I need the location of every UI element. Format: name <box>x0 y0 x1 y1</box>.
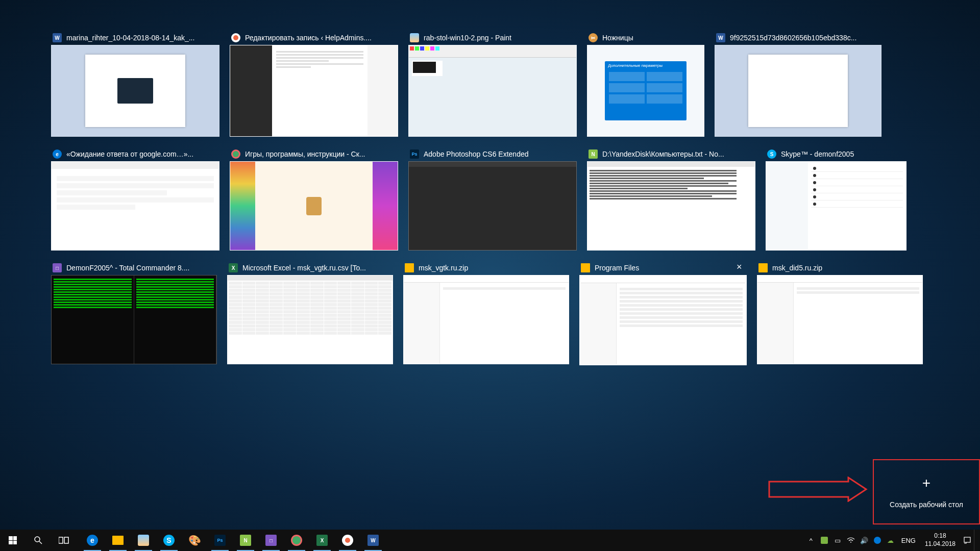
window-thumb-explorer3[interactable]: msk_did5.ru.zip <box>757 261 923 365</box>
window-preview[interactable] <box>403 275 569 364</box>
taskbar-app-totalcmd[interactable]: □ <box>258 530 284 551</box>
folder-icon <box>580 263 591 273</box>
taskbar: e S 🎨 Ps N □ X W ^ ▭ 🔊 ☁ ENG 0:18 11.04.… <box>0 530 980 551</box>
totalcmd-icon: □ <box>52 263 62 273</box>
window-preview[interactable] <box>230 45 398 137</box>
taskbar-app-firefox[interactable] <box>284 530 309 551</box>
tray-app-icon[interactable] <box>818 530 831 551</box>
window-title: Microsoft Excel - msk_vgtk.ru.csv [To... <box>242 264 366 272</box>
window-preview[interactable] <box>587 161 755 251</box>
window-title: Игры, программы, инструкции - Ск... <box>245 150 365 158</box>
paint-icon <box>409 33 420 43</box>
taskbar-app-explorer[interactable] <box>105 530 131 551</box>
window-thumb-skype[interactable]: SSkype™ - demonf2005 <box>766 147 906 251</box>
window-thumb-totalcmd[interactable]: □DemonF2005^ - Total Commander 8.... <box>51 261 217 365</box>
show-desktop-button[interactable] <box>974 530 978 551</box>
task-view-button[interactable] <box>51 530 77 551</box>
task-row-2: e«Ожидание ответа от google.com…»... Игр… <box>51 147 929 251</box>
skype-icon: S <box>767 149 777 159</box>
svg-line-1 <box>39 541 42 544</box>
tray-wifi-icon[interactable] <box>844 530 857 551</box>
window-preview[interactable] <box>757 275 923 364</box>
start-button[interactable] <box>0 530 26 551</box>
search-button[interactable] <box>26 530 51 551</box>
tray-volume-icon[interactable]: 🔊 <box>857 530 871 551</box>
taskbar-app-paintbrush[interactable]: 🎨 <box>182 530 207 551</box>
taskbar-app-paint[interactable] <box>131 530 156 551</box>
excel-icon: X <box>228 263 238 273</box>
new-desktop-label: Создать рабочий стол <box>890 500 963 509</box>
svg-point-0 <box>35 537 40 542</box>
taskbar-left <box>0 530 77 551</box>
window-preview[interactable] <box>715 45 881 137</box>
window-preview[interactable]: Дополнительные параметры <box>587 45 704 137</box>
tray-onedrive-icon[interactable]: ☁ <box>884 530 897 551</box>
window-thumb-notepadpp[interactable]: ND:\YandexDisk\Компьютеры.txt - No... <box>587 147 755 251</box>
tray-app2-icon[interactable] <box>871 530 884 551</box>
window-title: Skype™ - demonf2005 <box>781 150 854 158</box>
snip-panel-title: Дополнительные параметры <box>605 61 687 70</box>
clock-time: 0:18 <box>925 532 955 540</box>
task-row-3: □DemonF2005^ - Total Commander 8.... XMi… <box>51 261 929 365</box>
window-thumb-excel[interactable]: XMicrosoft Excel - msk_vgtk.ru.csv [To..… <box>227 261 393 365</box>
taskbar-app-photoshop[interactable]: Ps <box>207 530 233 551</box>
window-preview[interactable] <box>227 275 393 364</box>
clock-date: 11.04.2018 <box>925 540 955 548</box>
window-preview[interactable] <box>408 161 577 251</box>
edge-icon: e <box>52 149 62 159</box>
close-icon[interactable]: × <box>737 263 746 272</box>
window-thumb-explorer2[interactable]: Program Files× <box>579 261 747 365</box>
window-title: marina_rihter_10-04-2018-08-14_kak_... <box>66 34 194 42</box>
folder-icon <box>758 263 768 273</box>
svg-rect-3 <box>64 537 68 543</box>
folder-icon <box>404 263 414 273</box>
window-thumb-word2[interactable]: W 9f9252515d73d8602656b105ebd338c... <box>715 31 881 137</box>
window-title: «Ожидание ответа от google.com…»... <box>66 150 193 158</box>
word-icon: W <box>716 33 726 43</box>
window-thumb-paint[interactable]: rab-stol-win10-2.png - Paint <box>408 31 577 137</box>
window-thumb-edge[interactable]: e«Ожидание ответа от google.com…»... <box>51 147 219 251</box>
window-preview[interactable] <box>408 45 577 137</box>
notifications-icon[interactable] <box>961 530 974 551</box>
photoshop-icon: Ps <box>409 149 420 159</box>
window-thumb-snip[interactable]: ✂ Ножницы Дополнительные параметры <box>587 31 704 137</box>
plus-icon: + <box>922 475 930 491</box>
window-title: Редактировать запись ‹ HelpAdmins.... <box>245 34 372 42</box>
window-thumb-photoshop[interactable]: PsAdobe Photoshop CS6 Extended <box>408 147 577 251</box>
taskbar-app-edge[interactable]: e <box>80 530 105 551</box>
window-preview[interactable] <box>766 161 906 251</box>
window-preview[interactable] <box>51 275 217 364</box>
taskbar-app-yandex[interactable] <box>335 530 360 551</box>
tray-chevron-icon[interactable]: ^ <box>804 530 818 551</box>
window-preview[interactable] <box>51 45 219 137</box>
taskbar-app-notepadpp[interactable]: N <box>233 530 258 551</box>
taskbar-app-skype[interactable]: S <box>156 530 182 551</box>
language-indicator[interactable]: ENG <box>897 537 920 544</box>
clock[interactable]: 0:18 11.04.2018 <box>920 532 961 548</box>
word-icon: W <box>52 33 62 43</box>
window-title: msk_did5.ru.zip <box>772 264 822 272</box>
window-title: rab-stol-win10-2.png - Paint <box>424 34 511 42</box>
window-thumb-word1[interactable]: W marina_rihter_10-04-2018-08-14_kak_... <box>51 31 219 137</box>
window-thumb-explorer1[interactable]: msk_vgtk.ru.zip <box>403 261 569 365</box>
tray-battery-icon[interactable]: ▭ <box>831 530 844 551</box>
window-title: Program Files <box>595 264 639 272</box>
task-row-1: W marina_rihter_10-04-2018-08-14_kak_...… <box>51 31 929 137</box>
task-view: W marina_rihter_10-04-2018-08-14_kak_...… <box>0 0 980 365</box>
window-thumb-firefox[interactable]: Игры, программы, инструкции - Ск... <box>230 147 398 251</box>
yandex-icon <box>231 33 241 43</box>
window-preview[interactable] <box>51 161 219 251</box>
new-desktop-button[interactable]: + Создать рабочий стол <box>873 459 980 524</box>
taskbar-app-word[interactable]: W <box>360 530 386 551</box>
window-title: 9f9252515d73d8602656b105ebd338c... <box>730 34 856 42</box>
window-preview[interactable] <box>230 161 398 251</box>
taskbar-app-excel[interactable]: X <box>309 530 335 551</box>
firefox-icon <box>231 149 241 159</box>
window-preview[interactable] <box>579 275 747 365</box>
taskbar-apps: e S 🎨 Ps N □ X W <box>80 530 386 551</box>
window-thumb-yandex[interactable]: Редактировать запись ‹ HelpAdmins.... <box>230 31 398 137</box>
svg-rect-4 <box>964 537 970 542</box>
notepadpp-icon: N <box>588 149 598 159</box>
taskbar-right: ^ ▭ 🔊 ☁ ENG 0:18 11.04.2018 <box>804 530 980 551</box>
window-title: msk_vgtk.ru.zip <box>419 264 468 272</box>
